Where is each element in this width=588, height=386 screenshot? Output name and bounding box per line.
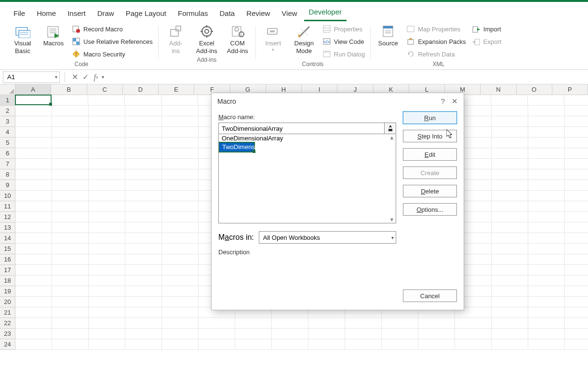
cell[interactable]	[565, 138, 588, 148]
macros-in-combo[interactable]: All Open Workbooks ▾	[259, 231, 396, 244]
cell[interactable]	[492, 169, 528, 180]
cell[interactable]	[125, 212, 162, 222]
cell[interactable]	[528, 95, 564, 106]
cell[interactable]	[161, 95, 198, 106]
cell[interactable]	[162, 148, 199, 159]
map-properties-button[interactable]: Map Properties	[405, 24, 468, 34]
cell[interactable]	[89, 244, 125, 254]
column-header[interactable]: P	[552, 84, 588, 95]
cell[interactable]	[528, 191, 565, 201]
cell[interactable]	[492, 254, 528, 265]
cell[interactable]	[162, 286, 199, 297]
cell[interactable]	[162, 222, 199, 233]
cell[interactable]	[89, 254, 125, 265]
cell[interactable]	[52, 276, 89, 286]
cell[interactable]	[492, 244, 528, 254]
cell[interactable]	[52, 159, 89, 169]
tab-page-layout[interactable]: Page Layout	[121, 6, 171, 21]
row-header[interactable]: 6	[0, 148, 15, 159]
cell[interactable]	[199, 339, 235, 350]
cell[interactable]	[199, 318, 235, 329]
cell[interactable]	[528, 297, 565, 307]
macro-security-button[interactable]: ! Macro Security	[70, 49, 154, 59]
cell[interactable]	[162, 116, 199, 127]
cell[interactable]	[162, 127, 199, 138]
cell[interactable]	[89, 201, 125, 212]
cell[interactable]	[15, 212, 52, 222]
cell[interactable]	[52, 127, 89, 138]
cell[interactable]	[565, 276, 588, 286]
cell[interactable]	[52, 286, 89, 297]
cell[interactable]	[382, 318, 418, 329]
cell[interactable]	[125, 180, 162, 191]
cell[interactable]	[382, 329, 418, 339]
use-relative-references-button[interactable]: Use Relative References	[70, 37, 154, 46]
cell[interactable]	[52, 116, 89, 127]
cell[interactable]	[125, 191, 162, 201]
cell[interactable]	[89, 212, 125, 222]
cell[interactable]	[89, 169, 125, 180]
macro-list-item[interactable]: TwoDimensionalArray	[218, 142, 255, 152]
tab-insert[interactable]: Insert	[63, 6, 91, 21]
cell[interactable]	[528, 127, 565, 138]
cell[interactable]	[15, 180, 52, 191]
cell[interactable]	[15, 148, 52, 159]
row-header[interactable]: 5	[0, 138, 15, 148]
row-header[interactable]: 17	[0, 265, 15, 276]
cell[interactable]	[492, 148, 528, 159]
cell[interactable]	[162, 180, 199, 191]
cell[interactable]	[492, 180, 528, 191]
cell[interactable]	[125, 329, 162, 339]
macro-list-item[interactable]: OneDimensionalArray	[219, 134, 396, 142]
cell[interactable]	[565, 212, 588, 222]
step-into-button[interactable]: Step Into	[403, 130, 457, 142]
cell[interactable]	[125, 159, 162, 169]
cell[interactable]	[89, 106, 125, 116]
cell[interactable]	[345, 329, 382, 339]
cell[interactable]	[52, 95, 88, 106]
cell[interactable]	[528, 265, 565, 276]
cell[interactable]	[162, 201, 199, 212]
insert-control-button[interactable]: Insert ▾	[259, 23, 287, 52]
expansion-packs-button[interactable]: Expansion Packs	[405, 37, 468, 46]
column-header[interactable]: E	[159, 84, 194, 95]
cell[interactable]	[455, 339, 492, 350]
tab-home[interactable]: Home	[32, 6, 61, 21]
visual-basic-button[interactable]: Visual Basic	[9, 23, 37, 55]
cell[interactable]	[492, 329, 528, 339]
cell[interactable]	[15, 116, 52, 127]
column-header[interactable]: B	[51, 84, 87, 95]
export-button[interactable]: Export	[470, 37, 503, 46]
row-header[interactable]: 15	[0, 244, 15, 254]
row-header[interactable]: 7	[0, 159, 15, 169]
cell[interactable]	[52, 265, 89, 276]
cell[interactable]	[382, 339, 418, 350]
cell[interactable]	[15, 307, 52, 318]
row-header[interactable]: 18	[0, 276, 15, 286]
cell[interactable]	[528, 233, 565, 244]
row-header[interactable]: 12	[0, 212, 15, 222]
cell[interactable]	[455, 329, 492, 339]
cell[interactable]	[125, 339, 162, 350]
cell[interactable]	[565, 329, 588, 339]
cell[interactable]	[492, 297, 528, 307]
cell[interactable]	[162, 265, 199, 276]
cell[interactable]	[235, 329, 272, 339]
cell[interactable]	[528, 276, 565, 286]
cell[interactable]	[418, 318, 455, 329]
row-header[interactable]: 16	[0, 254, 15, 265]
cell[interactable]	[528, 329, 565, 339]
cell[interactable]	[52, 148, 89, 159]
row-header[interactable]: 20	[0, 297, 15, 307]
cell[interactable]	[125, 116, 162, 127]
cell[interactable]	[125, 138, 162, 148]
cell[interactable]	[52, 222, 89, 233]
cell[interactable]	[15, 127, 52, 138]
cell[interactable]	[89, 286, 125, 297]
cell[interactable]	[125, 307, 162, 318]
cell[interactable]	[162, 276, 199, 286]
cell[interactable]	[565, 339, 588, 350]
row-header[interactable]: 21	[0, 307, 15, 318]
macros-button[interactable]: Macros	[40, 23, 67, 47]
cell[interactable]	[528, 106, 565, 116]
